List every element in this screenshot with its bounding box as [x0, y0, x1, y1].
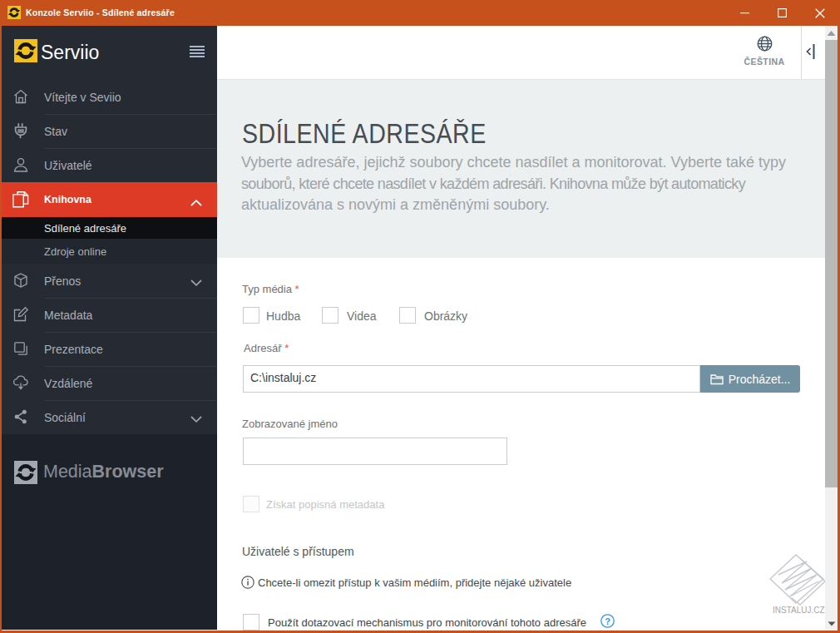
svg-text:?: ?: [605, 616, 610, 626]
